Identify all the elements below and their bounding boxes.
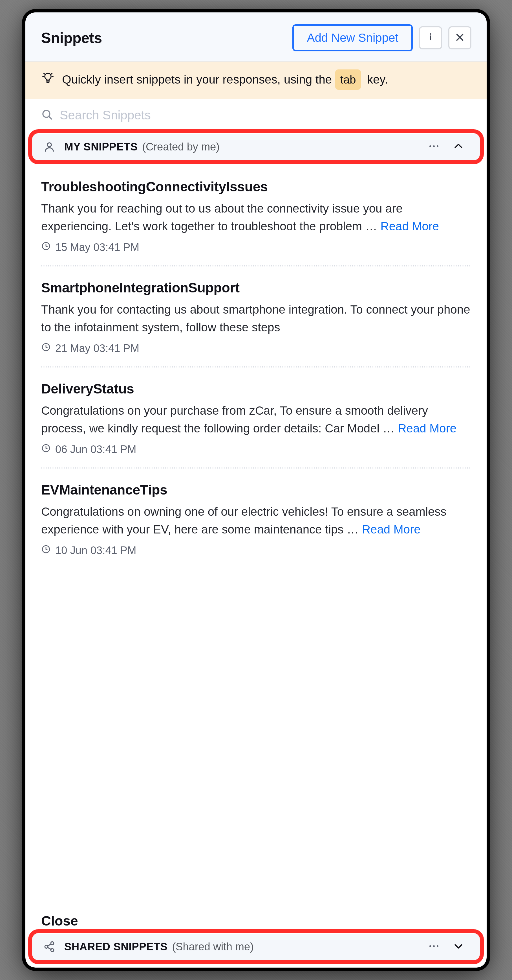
snippet-title: TroubleshootingConnectivityIssues bbox=[41, 179, 471, 194]
tip-text: Quickly insert snippets in your response… bbox=[62, 70, 388, 90]
info-button[interactable] bbox=[419, 26, 442, 49]
svg-point-11 bbox=[430, 145, 431, 147]
svg-point-12 bbox=[433, 145, 435, 147]
clock-icon bbox=[41, 241, 51, 253]
svg-point-23 bbox=[430, 945, 431, 947]
snippet-date: 06 Jun 03:41 PM bbox=[55, 444, 136, 455]
svg-point-1 bbox=[430, 34, 431, 35]
tip-text-pre: Quickly insert snippets in your response… bbox=[62, 73, 332, 86]
chevron-up-icon bbox=[453, 140, 464, 153]
my-snippets-menu-button[interactable] bbox=[428, 144, 439, 149]
snippet-body: Thank you for contacting us about smartp… bbox=[41, 301, 471, 336]
snippet-meta: 10 Jun 03:41 PM bbox=[41, 544, 471, 557]
snippet-item[interactable]: TroubleshootingConnectivityIssues Thank … bbox=[41, 165, 471, 266]
close-icon bbox=[455, 32, 465, 43]
snippet-date: 10 Jun 03:41 PM bbox=[55, 544, 136, 557]
add-snippet-button[interactable]: Add New Snippet bbox=[292, 24, 413, 51]
snippet-title-partial[interactable]: Close bbox=[25, 902, 487, 929]
snippet-title: DeliveryStatus bbox=[41, 381, 471, 396]
snippet-item[interactable]: EVMaintenanceTips Congratulations on own… bbox=[41, 469, 471, 568]
clock-icon bbox=[41, 544, 51, 557]
my-snippets-title: MY SNIPPETS bbox=[64, 141, 138, 153]
search-row[interactable] bbox=[25, 99, 487, 131]
read-more-link[interactable]: Read More bbox=[398, 422, 457, 435]
clock-icon bbox=[41, 342, 51, 355]
snippet-title: SmartphoneIntegrationSupport bbox=[41, 280, 471, 296]
svg-point-25 bbox=[437, 945, 438, 947]
search-icon bbox=[41, 109, 53, 122]
kebab-menu-icon bbox=[428, 944, 439, 949]
search-input[interactable] bbox=[59, 108, 471, 123]
svg-point-10 bbox=[48, 143, 51, 147]
lightbulb-icon bbox=[42, 72, 54, 84]
snippet-body: Congratulations on owning one of our ele… bbox=[41, 503, 471, 538]
chevron-down-icon bbox=[453, 940, 464, 953]
svg-line-7 bbox=[51, 73, 52, 74]
shared-snippets-menu-button[interactable] bbox=[428, 944, 439, 949]
panel-actions: Add New Snippet bbox=[292, 24, 471, 51]
close-button[interactable] bbox=[448, 26, 471, 49]
panel-title: Snippets bbox=[41, 29, 102, 46]
snippet-title: EVMaintenanceTips bbox=[41, 482, 471, 498]
my-snippets-collapse-toggle[interactable] bbox=[453, 140, 464, 153]
read-more-link[interactable]: Read More bbox=[362, 523, 421, 536]
snippet-item[interactable]: DeliveryStatus Congratulations on your p… bbox=[41, 368, 471, 469]
snippet-date: 21 May 03:41 PM bbox=[55, 342, 139, 355]
svg-point-13 bbox=[437, 145, 438, 147]
shared-snippets-title: SHARED SNIPPETS bbox=[64, 941, 168, 953]
tip-banner: Quickly insert snippets in your response… bbox=[25, 62, 487, 99]
snippet-date: 15 May 03:41 PM bbox=[55, 241, 139, 253]
info-icon bbox=[425, 32, 436, 43]
snippet-item[interactable]: SmartphoneIntegrationSupport Thank you f… bbox=[41, 266, 471, 368]
my-snippets-subtitle: (Created by me) bbox=[142, 141, 220, 153]
clock-icon bbox=[41, 444, 51, 455]
shared-snippets-section-header[interactable]: SHARED SNIPPETS (Shared with me) bbox=[32, 934, 480, 960]
snippet-list: TroubleshootingConnectivityIssues Thank … bbox=[25, 162, 487, 902]
tip-key-chip: tab bbox=[335, 70, 361, 90]
svg-line-6 bbox=[44, 73, 44, 74]
snippet-body: Thank you for reaching out to us about t… bbox=[41, 200, 471, 235]
svg-line-21 bbox=[48, 944, 51, 946]
user-icon bbox=[43, 141, 55, 153]
snippet-meta: 21 May 03:41 PM bbox=[41, 342, 471, 355]
svg-line-9 bbox=[49, 116, 52, 119]
shared-snippets-expand-toggle[interactable] bbox=[453, 940, 464, 953]
svg-line-22 bbox=[48, 948, 51, 950]
svg-point-24 bbox=[433, 945, 435, 947]
shared-snippets-subtitle: (Shared with me) bbox=[172, 941, 254, 953]
panel-header: Snippets Add New Snippet bbox=[25, 13, 487, 62]
read-more-link[interactable]: Read More bbox=[380, 220, 439, 233]
kebab-menu-icon bbox=[428, 144, 439, 149]
my-snippets-section-header[interactable]: MY SNIPPETS (Created by me) bbox=[32, 134, 480, 160]
share-icon bbox=[43, 941, 55, 953]
snippet-meta: 06 Jun 03:41 PM bbox=[41, 444, 471, 455]
snippet-body: Congratulations on your purchase from zC… bbox=[41, 402, 471, 437]
snippet-meta: 15 May 03:41 PM bbox=[41, 241, 471, 253]
tip-text-post: key. bbox=[367, 73, 388, 86]
snippets-panel: Snippets Add New Snippet bbox=[25, 13, 487, 967]
